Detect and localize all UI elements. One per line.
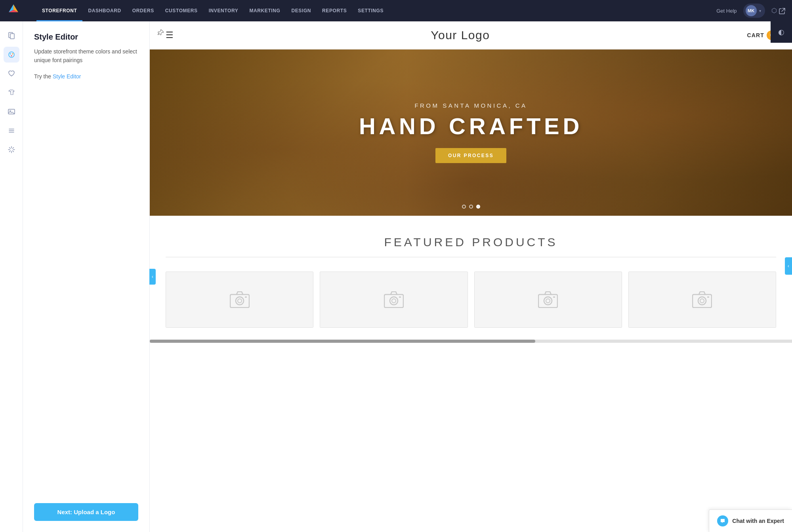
svg-point-21 [392,299,396,303]
svg-point-6 [9,52,14,57]
svg-rect-22 [399,296,401,298]
hero-dot-2[interactable] [469,205,473,209]
hero-content: FROM SANTA MONICA, CA HAND CRAFTED OUR P… [359,102,583,163]
nav-reports[interactable]: REPORTS [317,0,352,21]
nav-design[interactable]: DESIGN [286,0,317,21]
svg-point-25 [546,299,550,303]
chat-label: Chat with an Expert [732,518,784,524]
product-card-3[interactable] [474,272,622,328]
nav-storefront[interactable]: STOREFRONT [36,0,82,21]
nav-menu: STOREFRONT DASHBOARD ORDERS CUSTOMERS IN… [36,0,716,21]
palette-sidebar-icon[interactable] [4,47,19,63]
product-image-4 [629,272,776,327]
nav-orders[interactable]: ORDERS [127,0,160,21]
cart-label: CART [747,32,764,38]
app-logo[interactable] [6,3,29,19]
nav-marketing[interactable]: MARKETING [244,0,286,21]
svg-point-16 [236,297,244,305]
sparkle-sidebar-icon[interactable] [4,142,19,158]
chevron-down-icon: ▾ [759,9,761,13]
main-layout: ‹ Style Editor Update storefront theme c… [0,21,792,532]
store-logo: Your Logo [431,28,490,42]
featured-divider [166,257,776,257]
collapse-panel-button[interactable]: ‹ [149,269,156,285]
top-navigation: STOREFRONT DASHBOARD ORDERS CUSTOMERS IN… [0,0,792,21]
chevron-left-icon: ‹ [788,263,789,269]
svg-point-9 [11,55,12,57]
chat-icon [717,515,728,526]
svg-rect-30 [707,296,709,298]
svg-point-28 [698,297,706,305]
svg-point-29 [700,299,704,303]
tshirt-sidebar-icon[interactable] [4,85,19,101]
product-card-1[interactable] [166,272,313,328]
heart-sidebar-icon[interactable] [4,66,19,82]
preview-toggle-button[interactable]: ◐ [771,21,792,43]
icon-sidebar [0,21,23,532]
next-upload-logo-button[interactable]: Next: Upload a Logo [34,503,138,521]
user-menu[interactable]: MK ▾ [743,4,765,18]
nav-customers[interactable]: CUSTOMERS [160,0,203,21]
pin-button[interactable] [155,26,167,39]
svg-point-7 [10,53,11,55]
preview-content: ☰ Your Logo CART 0 FROM SANTA MONICA, CA… [150,21,792,532]
svg-point-20 [390,297,398,305]
pages-sidebar-icon[interactable] [4,28,19,44]
svg-point-17 [238,299,242,303]
right-collapse-arrow[interactable]: ‹ [785,257,792,275]
scrollbar-thumb [150,340,535,343]
featured-products-title: FEATURED PRODUCTS [166,236,776,249]
preview-horizontal-scrollbar[interactable] [150,340,792,343]
style-editor-panel: ‹ Style Editor Update storefront theme c… [23,21,150,532]
chat-with-expert-widget[interactable]: Chat with an Expert [709,509,792,532]
toggle-icon: ◐ [778,28,784,36]
style-editor-title: Style Editor [34,32,138,42]
product-card-4[interactable] [628,272,776,328]
product-card-2[interactable] [320,272,468,328]
product-image-3 [475,272,622,327]
preview-topbar: ☰ Your Logo CART 0 [150,21,792,49]
external-link-icon[interactable]: ⬡ [771,7,786,15]
storefront-preview[interactable]: ☰ Your Logo CART 0 FROM SANTA MONICA, CA… [150,21,792,532]
hero-subtitle: FROM SANTA MONICA, CA [359,102,583,109]
nav-inventory[interactable]: INVENTORY [203,0,244,21]
style-editor-try-text: Try the Style Editor [34,72,138,81]
product-image-2 [320,272,467,327]
list-sidebar-icon[interactable] [4,123,19,139]
svg-rect-5 [10,34,14,39]
user-avatar: MK [746,5,757,16]
nav-settings[interactable]: SETTINGS [352,0,389,21]
image-sidebar-icon[interactable] [4,104,19,120]
style-editor-link[interactable]: Style Editor [53,73,81,80]
hero-dots [462,205,480,209]
hero-dot-3[interactable] [476,205,480,209]
hero-title: HAND CRAFTED [359,113,583,139]
hero-cta-button[interactable]: OUR PROCESS [435,148,506,163]
svg-rect-26 [553,296,555,298]
get-help-link[interactable]: Get Help [716,8,737,14]
hero-dot-1[interactable] [462,205,466,209]
products-grid [166,272,776,328]
svg-point-24 [544,297,552,305]
svg-rect-18 [245,296,247,298]
nav-dashboard[interactable]: DASHBOARD [82,0,126,21]
svg-point-8 [12,53,13,55]
product-image-1 [166,272,313,327]
nav-right-area: Get Help MK ▾ ⬡ [716,4,786,18]
featured-products-section: FEATURED PRODUCTS [150,216,792,340]
hero-banner: FROM SANTA MONICA, CA HAND CRAFTED OUR P… [150,49,792,216]
style-editor-description: Update storefront theme colors and selec… [34,47,138,65]
